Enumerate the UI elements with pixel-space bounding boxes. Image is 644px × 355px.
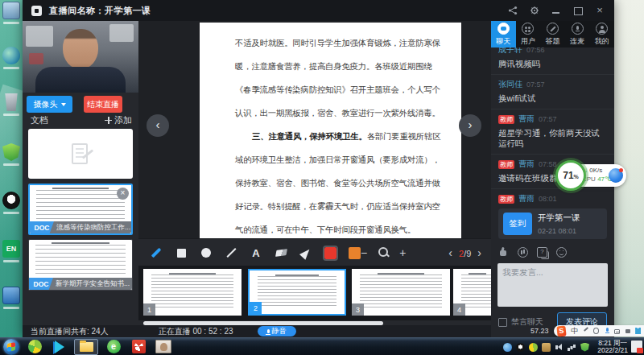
tray-qq-icon[interactable] — [516, 343, 525, 352]
emoji-icon[interactable] — [556, 247, 567, 258]
chat-message-signin: 教师曹雨08:01 签到 开学第一课 02-21 08:01 — [491, 189, 614, 242]
cpu-temp: CPU 47℃ — [582, 175, 612, 183]
document-placeholder-card[interactable] — [28, 129, 133, 179]
recycle-bin-icon — [2, 93, 20, 111]
eraser-tool-icon[interactable] — [275, 246, 287, 259]
handwriting-icon[interactable] — [583, 328, 588, 334]
document-thumbnail-selected[interactable]: DOC 流感等传染病防控工作... — [28, 184, 133, 235]
ime-mode-toggle[interactable]: 中 — [571, 326, 578, 336]
webcam-video — [23, 21, 138, 93]
tab-mine[interactable]: 我的 — [589, 21, 614, 47]
maximize-button[interactable] — [573, 6, 583, 15]
settings-gear-icon[interactable] — [530, 6, 539, 15]
tab-users[interactable]: 用户 — [516, 21, 541, 47]
taskbar-360-browser[interactable]: e — [104, 340, 123, 354]
zoom-in-icon[interactable]: + — [399, 246, 406, 259]
desktop-icon-english-app[interactable]: EN — [1, 240, 22, 267]
question-cards-icon[interactable] — [537, 247, 547, 258]
zoom-out-icon[interactable]: − — [361, 246, 367, 259]
taskbar-chaoxing[interactable] — [129, 340, 148, 354]
intel-icon — [2, 287, 20, 304]
remove-document-icon[interactable] — [117, 188, 129, 200]
taskbar-clock[interactable]: 8:21 周一 2022/2/21 — [597, 340, 628, 354]
window-title: 直播间名称：开学第一课 — [49, 5, 151, 17]
taskbar-explorer-active[interactable] — [74, 339, 98, 355]
tray-update-icon[interactable] — [542, 343, 551, 352]
tab-quiz[interactable]: 答题 — [540, 21, 565, 47]
chat-input[interactable] — [497, 263, 608, 307]
skin-icon[interactable] — [635, 328, 641, 334]
notification-corner-icon[interactable] — [631, 341, 642, 353]
page-thumbnail[interactable]: 3 — [352, 269, 450, 316]
doc-title: 新学期开学安全告知书... — [56, 279, 130, 289]
document-thumbnail[interactable]: DOC 新学期开学安全告知书... — [28, 239, 133, 291]
ellipse-tool-icon[interactable] — [200, 246, 213, 259]
security-shield-icon[interactable] — [580, 343, 589, 352]
desktop-icon-recycle-bin[interactable] — [1, 93, 22, 121]
poll-icon[interactable] — [518, 247, 528, 258]
desktop-icon-computer[interactable] — [1, 2, 22, 29]
tab-mic-connect[interactable]: 连麦 — [565, 21, 590, 47]
pencil-tool-icon[interactable] — [150, 246, 163, 259]
annotation-toolbar: A − + ‹ 2/9 › — [138, 238, 491, 266]
tab-chat[interactable]: 聊天 — [491, 21, 516, 47]
mute-button[interactable]: 静音 — [258, 326, 296, 336]
taskbar-360-safety[interactable] — [25, 340, 44, 354]
network-signal-icon[interactable] — [568, 343, 576, 352]
magnifier-icon[interactable] — [377, 246, 390, 259]
raise-hand-icon[interactable] — [498, 247, 509, 258]
mute-chat-checkbox[interactable] — [498, 318, 507, 327]
live-stream-app-window: 直播间名称：开学第一课 摄像头 结束直播 文档 — [23, 0, 614, 337]
start-button[interactable] — [3, 339, 19, 355]
end-stream-button[interactable]: 结束直播 — [84, 96, 122, 113]
tray-360-icon[interactable] — [529, 343, 538, 352]
voice-input-icon[interactable] — [604, 328, 609, 334]
color-swatch-orange[interactable] — [349, 247, 361, 259]
page-thumbnail[interactable]: 4 — [453, 269, 491, 316]
minimize-button[interactable] — [551, 6, 561, 15]
teacher-badge: 教师 — [498, 195, 514, 204]
sogou-logo-icon[interactable]: S — [556, 325, 566, 336]
desktop-icon-qq[interactable] — [1, 192, 22, 219]
next-page-icon[interactable]: › — [477, 246, 481, 259]
toolbox-icon[interactable] — [625, 328, 630, 334]
page-thumbnail[interactable]: 1 — [143, 269, 242, 316]
close-button[interactable] — [595, 6, 605, 15]
rectangle-tool-icon[interactable] — [175, 246, 188, 259]
chat-message: 成子轩07:56 腾讯视频吗 — [491, 47, 614, 75]
tray-app-icon[interactable] — [503, 343, 512, 352]
next-page-arrow[interactable] — [459, 114, 481, 137]
chat-message-list: 成子轩07:56 腾讯视频吗 张同佳07:57 换wifi试试 教师曹雨07:5… — [491, 47, 614, 242]
desktop-icon-antivirus[interactable] — [1, 143, 22, 171]
globe-icon — [2, 47, 20, 64]
document-viewer: 不适及时就医。同时引导学生加强体育锻炼，注意防寒保 暖，注意膳食营养，提高自身免… — [138, 21, 491, 238]
camera-button[interactable]: 摄像头 — [27, 96, 72, 113]
page-thumbnail-selected[interactable]: 2 — [248, 269, 346, 316]
taskbar-photo-viewer[interactable] — [154, 340, 173, 354]
doc-badge: DOC — [29, 278, 53, 290]
memory-usage-ring[interactable]: 71% — [555, 160, 586, 191]
taskbar-tencent-video[interactable] — [50, 340, 69, 354]
signin-button[interactable]: 签到 — [503, 213, 532, 235]
brush-tool-icon[interactable] — [299, 246, 312, 259]
prev-page-arrow[interactable] — [147, 114, 169, 137]
chat-bubble-icon — [497, 23, 510, 35]
prev-page-icon[interactable]: ‹ — [448, 246, 452, 259]
emoji-picker-icon[interactable] — [593, 328, 599, 334]
microphone-icon — [572, 23, 584, 35]
shield-icon — [2, 143, 20, 161]
text-tool-icon[interactable]: A — [250, 246, 262, 259]
color-swatch-red[interactable] — [324, 247, 336, 259]
desktop-icon-browser[interactable] — [1, 47, 22, 74]
add-document-button[interactable]: 添加 — [105, 114, 132, 126]
volume-icon[interactable] — [555, 343, 564, 352]
line-tool-icon[interactable] — [225, 246, 237, 259]
signin-title: 开学第一课 — [538, 213, 580, 224]
share-icon[interactable] — [508, 6, 518, 15]
accelerator-ball-icon[interactable] — [609, 168, 623, 183]
soft-keyboard-icon[interactable] — [614, 329, 620, 334]
documents-header: 文档 — [31, 114, 48, 126]
system-tray — [503, 338, 589, 355]
computer-icon — [2, 2, 20, 19]
desktop-icon-intel-graphics[interactable] — [1, 287, 22, 314]
